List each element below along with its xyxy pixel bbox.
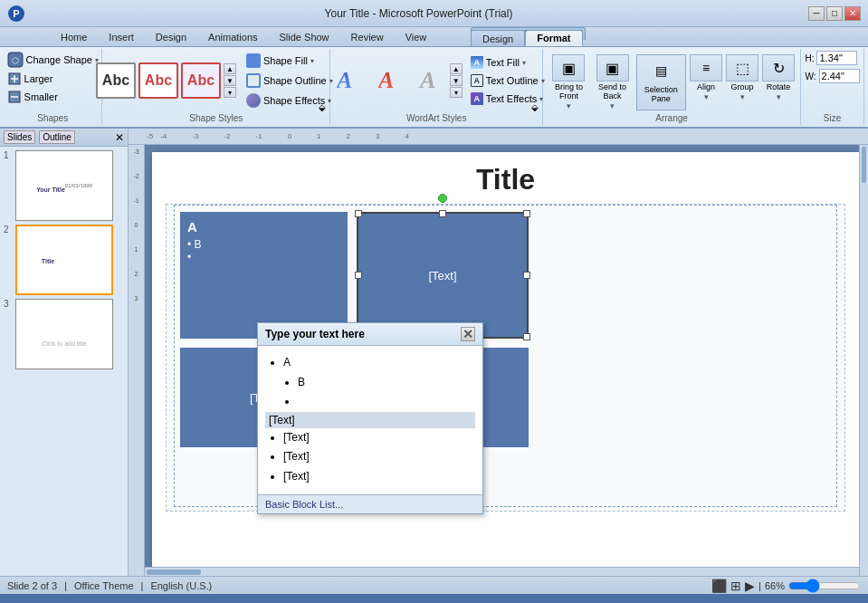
smaller-button[interactable]: Smaller bbox=[5, 89, 61, 105]
text-panel-body: A B [Text] [Text] [Text] bbox=[258, 346, 482, 494]
shape-style-3[interactable]: Abc bbox=[181, 62, 221, 99]
sel-handle-mr[interactable] bbox=[523, 272, 530, 279]
ruler-horizontal: -5 -4 -3 -2 -1 0 1 2 3 4 bbox=[129, 129, 868, 145]
wordart-styles-expand[interactable]: ⬙ bbox=[531, 102, 539, 112]
list-item-text4[interactable]: [Text] bbox=[283, 467, 475, 487]
tab-animations[interactable]: Animations bbox=[197, 28, 268, 46]
sel-handle-ml[interactable] bbox=[355, 272, 362, 279]
slide-title: Title bbox=[152, 152, 859, 200]
wordart-style-1[interactable]: A bbox=[325, 62, 365, 99]
slide-1-preview[interactable]: Your Title 01/01/1999 bbox=[15, 150, 113, 221]
sel-handle-tm[interactable] bbox=[439, 210, 446, 217]
slide-sorter-btn[interactable]: ⊞ bbox=[730, 579, 741, 593]
ruler-vertical: -3 -2 -1 0 1 2 3 bbox=[129, 145, 145, 576]
styles-more[interactable]: ▾ bbox=[224, 87, 236, 98]
styles-scroll-up[interactable]: ▲ bbox=[224, 63, 236, 74]
wordart-more[interactable]: ▾ bbox=[450, 87, 463, 98]
sel-handle-tr[interactable] bbox=[523, 210, 530, 217]
close-panel-button[interactable]: ✕ bbox=[115, 131, 124, 144]
smartart-area[interactable]: A • B • [Text] bbox=[166, 204, 845, 512]
shape-fill-button[interactable]: Shape Fill ▾ bbox=[243, 52, 337, 70]
send-to-back-icon[interactable]: ▣ bbox=[596, 54, 629, 81]
shape-outline-button[interactable]: Shape Outline ▾ bbox=[243, 72, 337, 90]
app-icon: P bbox=[7, 5, 25, 23]
send-to-back-label: Send to Back bbox=[593, 82, 633, 100]
larger-button[interactable]: Larger bbox=[5, 71, 56, 87]
tab-format[interactable]: Format bbox=[525, 30, 582, 46]
sel-handle-tl[interactable] bbox=[355, 210, 362, 217]
bring-to-front-label: Bring to Front bbox=[548, 82, 589, 100]
group-icon[interactable]: ⬚ bbox=[726, 54, 758, 81]
scroll-thumb-h[interactable] bbox=[147, 570, 201, 575]
text-panel-footer[interactable]: Basic Block List... bbox=[258, 494, 482, 513]
text-panel-header: Type your text here ✕ bbox=[258, 323, 482, 346]
shape-fill-icon bbox=[246, 53, 261, 68]
slide-2[interactable]: 2 Title bbox=[4, 225, 124, 295]
restore-button[interactable]: □ bbox=[826, 6, 843, 21]
slideshow-btn[interactable]: ▶ bbox=[745, 579, 755, 593]
wordart-style-3[interactable]: A bbox=[408, 62, 448, 99]
slide-info: Slide 2 of 3 bbox=[7, 580, 57, 591]
tab-insert[interactable]: Insert bbox=[98, 28, 145, 46]
change-shape-button[interactable]: ⬡ Change Shape ▾ bbox=[5, 51, 101, 69]
minimize-button[interactable]: ─ bbox=[808, 6, 825, 21]
title-bar: P Your Title - Microsoft PowerPoint (Tri… bbox=[0, 0, 868, 27]
close-button[interactable]: ✕ bbox=[844, 6, 861, 21]
text-fill-button[interactable]: A Text Fill ▾ bbox=[467, 54, 548, 71]
wordart-style-2[interactable]: A bbox=[367, 62, 406, 99]
language-info: English (U.S.) bbox=[150, 580, 212, 591]
normal-view-btn[interactable]: ⬛ bbox=[711, 579, 727, 593]
list-item-text2[interactable]: [Text] bbox=[283, 428, 475, 448]
shape-style-1[interactable]: Abc bbox=[96, 62, 136, 99]
slides-tab[interactable]: Slides bbox=[4, 130, 35, 144]
rotate-icon[interactable]: ↻ bbox=[762, 54, 795, 81]
smartart-cell-a[interactable]: A • B • bbox=[180, 212, 348, 339]
slide-1[interactable]: 1 Your Title 01/01/1999 bbox=[4, 150, 124, 221]
ribbon: ⬡ Change Shape ▾ Larger Smaller Shapes bbox=[0, 47, 868, 129]
height-input[interactable] bbox=[816, 51, 857, 65]
zoom-slider[interactable] bbox=[788, 579, 861, 593]
tab-design[interactable]: Design bbox=[145, 28, 197, 46]
scroll-bar-v[interactable] bbox=[859, 145, 868, 576]
slides-panel: Slides Outline ✕ 1 Your Title 01/01/1999… bbox=[0, 129, 129, 576]
bring-to-front-icon[interactable]: ▣ bbox=[552, 54, 585, 81]
list-item-text3[interactable]: [Text] bbox=[283, 447, 475, 467]
outline-tab[interactable]: Outline bbox=[39, 130, 75, 144]
rotate-label: Rotate bbox=[767, 82, 791, 91]
text-outline-button[interactable]: A Text Outline ▾ bbox=[467, 72, 548, 89]
text-list-2: [Text] [Text] [Text] bbox=[265, 428, 475, 487]
arrange-group: ▣ Bring to Front ▾ ▣ Send to Back ▾ ▤ Se… bbox=[543, 49, 801, 125]
panel-toolbar: Slides Outline ✕ bbox=[0, 129, 128, 147]
slide-3-preview[interactable]: Click to add title bbox=[15, 299, 113, 369]
text-fill-icon: A bbox=[471, 56, 483, 69]
shape-style-2[interactable]: Abc bbox=[138, 62, 178, 99]
smartart-cell-text1-selected[interactable]: [Text] bbox=[357, 212, 529, 339]
tab-smartart-design[interactable]: Design bbox=[471, 30, 525, 46]
tab-view[interactable]: View bbox=[395, 28, 438, 46]
wordart-scroll-up[interactable]: ▲ bbox=[450, 63, 463, 74]
theme-info: Office Theme bbox=[74, 580, 134, 591]
slide-3[interactable]: 3 Click to add title bbox=[4, 299, 124, 369]
sel-handle-br[interactable] bbox=[523, 333, 530, 340]
list-item-b[interactable]: B bbox=[298, 373, 475, 393]
text-input-field[interactable] bbox=[269, 414, 472, 426]
tab-slideshow[interactable]: Slide Show bbox=[269, 28, 340, 46]
rotation-handle[interactable] bbox=[438, 194, 447, 203]
scroll-thumb-v[interactable] bbox=[862, 147, 866, 183]
main-area: Slides Outline ✕ 1 Your Title 01/01/1999… bbox=[0, 129, 868, 576]
scroll-bar-h[interactable] bbox=[145, 567, 859, 576]
tab-home[interactable]: Home bbox=[50, 28, 98, 46]
list-item-a[interactable]: A bbox=[283, 353, 475, 373]
align-icon[interactable]: ≡ bbox=[690, 54, 722, 81]
wordart-scroll-down[interactable]: ▼ bbox=[450, 75, 463, 86]
slide-2-preview[interactable]: Title bbox=[15, 225, 113, 295]
window-controls[interactable]: ─ □ ✕ bbox=[808, 6, 861, 21]
tab-review[interactable]: Review bbox=[340, 28, 395, 46]
shape-effects-icon bbox=[246, 93, 261, 108]
selection-pane-icon[interactable]: ▤ bbox=[644, 57, 677, 84]
list-item-empty[interactable] bbox=[298, 392, 475, 412]
text-input-row[interactable] bbox=[265, 412, 475, 428]
styles-scroll-down[interactable]: ▼ bbox=[224, 75, 236, 86]
width-input[interactable] bbox=[819, 69, 860, 83]
text-panel-close[interactable]: ✕ bbox=[461, 327, 475, 341]
